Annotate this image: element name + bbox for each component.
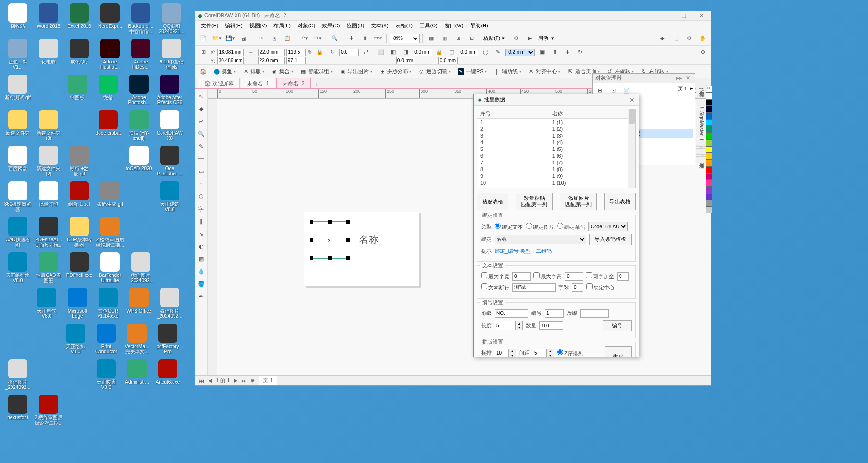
color-swatch[interactable] [706, 119, 712, 126]
copy-button[interactable]: ⎘ [269, 33, 279, 44]
desktop-icon[interactable]: QQ截图 20240921... [157, 3, 186, 37]
desktop-icon[interactable]: 2 楼终审图后绿说府二期... [96, 217, 124, 250]
data-table[interactable]: 序号名称11 (1)21 (2)31 (3)41 (4)51 (5)61 (6)… [477, 109, 636, 188]
gx-input[interactable] [459, 49, 478, 56]
maximize-button[interactable]: ▢ [677, 13, 691, 19]
handle-bl[interactable] [310, 256, 313, 260]
desktop-icon[interactable]: 新建文件夹 [3, 110, 32, 144]
desktop-icon[interactable]: Artcut6.exe [153, 359, 182, 393]
options2-button[interactable]: ⚙ [684, 33, 694, 44]
desktop-icon[interactable]: 腾讯QQ [65, 39, 94, 73]
export-table-button[interactable]: 导出表格 [604, 193, 636, 210]
pdf-button[interactable]: PDF [373, 33, 384, 44]
handle-bc[interactable] [328, 256, 332, 260]
ribbon-智能群组[interactable]: ▦智能群组▾ [298, 67, 335, 76]
desktop-icon[interactable]: Adobe After Effects CS6 [155, 75, 184, 108]
h-count-spinner[interactable]: ▲▼ [495, 349, 516, 357]
bind-image-radio[interactable]: 绑定图片 [526, 223, 554, 231]
menu-item[interactable]: 文件(F) [198, 21, 221, 30]
sy-input[interactable] [286, 57, 306, 64]
polygon-tool[interactable]: ⬠ [196, 190, 207, 202]
guides-button[interactable]: ⊡ [466, 33, 477, 44]
wrap-check[interactable]: 文本断行 [481, 283, 509, 291]
desktop-icon[interactable]: 360极速浏览器 [3, 181, 32, 215]
page-nav-prev[interactable]: ◀ [208, 377, 212, 384]
table-row[interactable]: 51 (5) [477, 146, 635, 152]
w-input[interactable] [258, 49, 285, 56]
desktop-icon[interactable]: 断行 +数量.gif [65, 146, 94, 179]
gy-input[interactable] [438, 57, 458, 64]
desktop-icon[interactable]: NeroExpr... [96, 3, 124, 37]
print-button[interactable]: 🖨 [238, 33, 249, 44]
rectangle-tool[interactable]: ▭ [196, 165, 207, 177]
desktop-icon[interactable]: 煎鱼OCR v1.14.exe [94, 288, 123, 322]
right-tab[interactable]: 对齐与分布 [696, 140, 707, 147]
ribbon-一键PS[interactable]: Ps一键PS▾ [456, 67, 489, 76]
desktop-icon[interactable]: 浩辰CAD看图王 [34, 252, 63, 286]
desktop-icon[interactable]: Excel 2016 [65, 3, 94, 37]
color-swatch[interactable] [706, 106, 712, 113]
close-button[interactable]: ✕ [694, 13, 708, 19]
docker-close-icon[interactable]: ✕ [684, 75, 692, 81]
length-spinner[interactable]: ▲▼ [495, 321, 523, 330]
bind-text-radio[interactable]: 绑定文本 [495, 223, 523, 231]
zoom-tool[interactable]: 🔍 [196, 128, 207, 139]
table-row[interactable]: 11 (1) [477, 119, 635, 126]
desktop-icon[interactable]: 天正建筑 V8.0 [155, 181, 184, 215]
table-row[interactable]: 31 (3) [477, 132, 635, 139]
outline-tool[interactable]: ✒ [196, 290, 207, 302]
page-arrow-icon[interactable]: ▸ [690, 85, 693, 96]
snap-button[interactable]: ◆ [657, 33, 668, 44]
add-tab-button[interactable]: + [312, 81, 321, 88]
right-tab[interactable]: 文本属性 [696, 156, 707, 163]
export-button[interactable]: ⬆ [360, 33, 370, 44]
prefix-input[interactable] [495, 309, 528, 318]
table-row[interactable]: 101 (10) [477, 179, 635, 186]
oy-input[interactable] [396, 57, 415, 64]
doc-tab[interactable]: 🏠欢迎屏幕 [198, 78, 240, 88]
desktop-icon[interactable]: 天正暖通 V8.0 [92, 359, 121, 393]
right-tab[interactable]: 提示(N) [696, 85, 707, 98]
launch-button[interactable]: ▶ [524, 33, 535, 44]
desktop-icon[interactable]: 天正电气 V8.0 [32, 288, 61, 322]
page-nav-next[interactable]: ▶ [234, 377, 237, 384]
color-swatch[interactable] [706, 173, 712, 180]
canvas-text-object[interactable]: 名称 [359, 233, 378, 246]
launch-label[interactable]: 启动 [538, 35, 548, 42]
h-input[interactable] [258, 57, 285, 64]
desktop-icon[interactable]: 条码生成.gif [96, 181, 124, 215]
z-order-radio[interactable]: Z序排列 [557, 349, 583, 357]
color-swatch[interactable] [706, 160, 712, 166]
desktop-icon[interactable]: CDR版本转换器1.5.exe... [65, 217, 94, 250]
hand-button[interactable]: ✋ [697, 33, 708, 44]
ellipse-tool[interactable]: ○ [196, 178, 207, 189]
docker-expand-icon[interactable]: ▸▸ [674, 75, 684, 81]
transparency-tool[interactable]: ▨ [196, 253, 207, 264]
ribbon-对齐中心[interactable]: ✕对齐中心▾ [526, 67, 562, 76]
desktop-icon[interactable]: 断行测试.gif [3, 75, 32, 108]
save-button[interactable]: 💾▾ [225, 33, 236, 44]
doc-tab[interactable]: 未命名 -2 [276, 78, 311, 88]
cut-button[interactable]: ✂ [255, 33, 266, 44]
pick-tool[interactable]: ↖ [196, 90, 207, 102]
ribbon-巡边切割[interactable]: ◎巡边切割▾ [416, 67, 453, 76]
color-swatch[interactable] [706, 139, 712, 146]
color-swatch[interactable] [706, 126, 712, 133]
drop-shadow-tool[interactable]: ◐ [196, 240, 207, 252]
desktop-icon[interactable]: 微信图片_2024092... [126, 252, 155, 286]
zoom-select[interactable]: 89% [390, 34, 420, 43]
desktop-icon[interactable]: Microsoft Edge [63, 288, 92, 322]
y-input[interactable] [217, 57, 244, 64]
text-tool[interactable]: 字 [196, 203, 207, 214]
freehand-tool[interactable]: ✎ [196, 140, 207, 152]
search-button[interactable]: 🔍 [329, 33, 340, 44]
color-swatch[interactable] [706, 166, 712, 173]
desktop-icon[interactable]: CAD快速看图 [3, 217, 32, 250]
desktop-icon[interactable]: 组合 1.pdf [65, 181, 94, 215]
color-swatch[interactable] [706, 207, 712, 213]
fill-tool[interactable]: 🪣 [196, 278, 207, 289]
max-h-check[interactable]: 最大字高 [533, 272, 562, 280]
barcode-type-select[interactable]: Code 128 AUTO [588, 222, 628, 231]
desktop-icon[interactable]: 制图板 [63, 75, 92, 108]
desktop-icon[interactable]: 回收站 [3, 3, 32, 37]
